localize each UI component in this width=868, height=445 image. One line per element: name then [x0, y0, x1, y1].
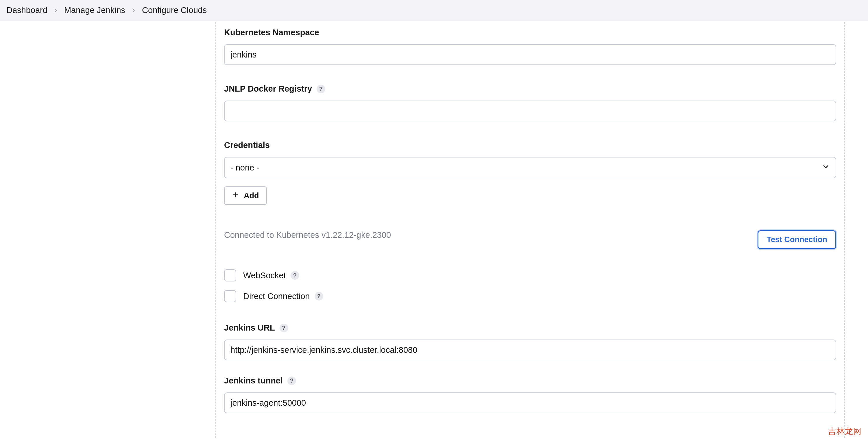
- jenkins-tunnel-label: Jenkins tunnel: [224, 376, 283, 385]
- breadcrumb-configure-clouds[interactable]: Configure Clouds: [142, 5, 207, 15]
- credentials-selected: - none -: [230, 163, 259, 172]
- websocket-row: WebSocket ?: [224, 269, 836, 281]
- connection-status-row: Connected to Kubernetes v1.22.12-gke.230…: [224, 230, 836, 249]
- chevron-right-icon: [130, 7, 137, 13]
- test-connection-button[interactable]: Test Connection: [757, 230, 836, 249]
- k8s-namespace-input[interactable]: [224, 44, 836, 65]
- help-icon[interactable]: ?: [280, 324, 288, 332]
- chevron-right-icon: [53, 7, 59, 13]
- websocket-label: WebSocket: [243, 271, 286, 280]
- jenkins-url-row: Jenkins URL ?: [224, 323, 836, 360]
- help-icon[interactable]: ?: [315, 292, 323, 300]
- jenkins-tunnel-row: Jenkins tunnel ?: [224, 376, 836, 413]
- jnlp-registry-label: JNLP Docker Registry: [224, 84, 312, 94]
- jnlp-registry-input[interactable]: [224, 101, 836, 121]
- jenkins-url-input[interactable]: [224, 340, 836, 360]
- add-label: Add: [244, 191, 259, 200]
- direct-connection-checkbox[interactable]: [224, 290, 236, 302]
- help-icon[interactable]: ?: [290, 271, 299, 280]
- breadcrumb-manage-jenkins[interactable]: Manage Jenkins: [64, 5, 125, 15]
- jenkins-url-label: Jenkins URL: [224, 323, 275, 332]
- k8s-namespace-label: Kubernetes Namespace: [224, 28, 836, 37]
- plus-icon: [232, 191, 239, 200]
- direct-connection-label: Direct Connection: [243, 292, 310, 301]
- k8s-namespace-row: Kubernetes Namespace: [224, 28, 836, 65]
- credentials-label: Credentials: [224, 140, 836, 150]
- jnlp-registry-row: JNLP Docker Registry ?: [224, 84, 836, 121]
- websocket-checkbox[interactable]: [224, 269, 236, 281]
- credentials-select[interactable]: - none -: [224, 157, 836, 178]
- direct-connection-row: Direct Connection ?: [224, 290, 836, 302]
- breadcrumb-dashboard[interactable]: Dashboard: [6, 5, 48, 15]
- jenkins-tunnel-input[interactable]: [224, 392, 836, 413]
- breadcrumb: Dashboard Manage Jenkins Configure Cloud…: [0, 0, 868, 21]
- credentials-row: Credentials - none - Add: [224, 140, 836, 205]
- connection-status-text: Connected to Kubernetes v1.22.12-gke.230…: [224, 230, 391, 240]
- help-icon[interactable]: ?: [317, 85, 325, 93]
- chevron-down-icon: [822, 163, 830, 173]
- help-icon[interactable]: ?: [287, 377, 296, 385]
- form-panel: Disable https certificate check ? Kubern…: [215, 0, 845, 438]
- watermark: 吉林龙网: [828, 426, 862, 437]
- add-credentials-button[interactable]: Add: [224, 186, 267, 205]
